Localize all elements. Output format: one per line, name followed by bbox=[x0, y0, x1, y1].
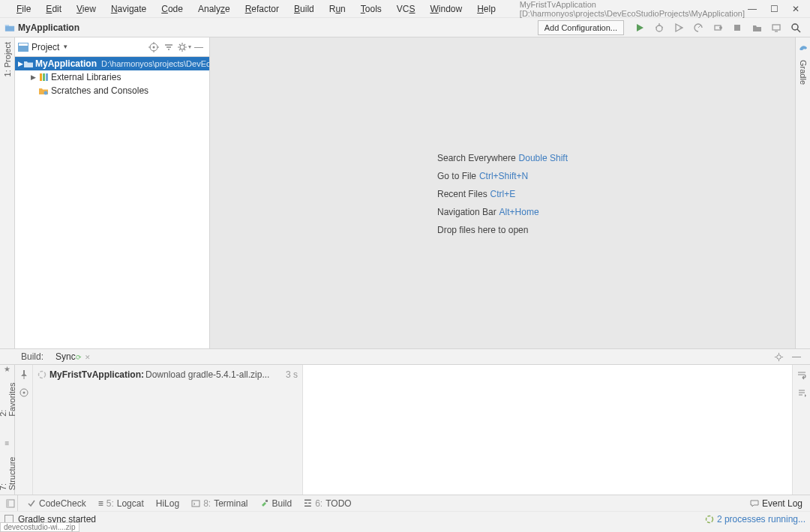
svg-point-0 bbox=[656, 25, 662, 31]
wrap-icon[interactable] bbox=[796, 369, 807, 380]
reload-icon: ⟳ bbox=[76, 354, 82, 361]
locate-button[interactable] bbox=[146, 40, 161, 55]
status-bar: Gradle sync started 2 processes running.… bbox=[0, 511, 810, 526]
menu-edit[interactable]: Edit bbox=[40, 2, 68, 16]
svg-point-14 bbox=[153, 46, 155, 48]
stop-button[interactable] bbox=[730, 20, 745, 35]
tool-tab-codecheck[interactable]: CodeCheck bbox=[21, 498, 92, 509]
tool-tab-favorites[interactable]: 2: Favorites bbox=[0, 378, 16, 417]
svg-rect-33 bbox=[46, 73, 48, 81]
menu-build[interactable]: Build bbox=[288, 2, 320, 16]
tool-tab-terminal[interactable]: 8:Terminal bbox=[185, 498, 254, 509]
star-icon: ★ bbox=[4, 365, 10, 373]
menu-window[interactable]: Window bbox=[424, 2, 468, 16]
expand-arrow-icon[interactable]: ▶ bbox=[18, 60, 23, 67]
run-button[interactable] bbox=[632, 20, 647, 35]
attach-button[interactable] bbox=[710, 20, 725, 35]
tree-node-label: External Libraries bbox=[51, 72, 121, 82]
menu-view[interactable]: View bbox=[70, 2, 102, 16]
tree-node-root[interactable]: ▶ MyApplication D:\harmonyos\projects\De… bbox=[15, 57, 209, 70]
spinner-icon bbox=[38, 370, 46, 379]
gradle-icon bbox=[798, 42, 808, 52]
window-close-button[interactable]: ✕ bbox=[792, 4, 800, 14]
status-processes[interactable]: 2 processes running... bbox=[705, 514, 806, 525]
tool-tab-build[interactable]: Build bbox=[254, 498, 298, 509]
editor-empty-area[interactable]: Search Everywhere Double Shift Go to Fil… bbox=[210, 37, 795, 348]
editor-hints: Search Everywhere Double Shift Go to Fil… bbox=[437, 145, 568, 241]
spinner-icon bbox=[705, 515, 714, 524]
tool-tab-eventlog[interactable]: Event Log bbox=[746, 498, 807, 509]
menu-file[interactable]: File bbox=[10, 2, 37, 16]
build-task-row[interactable]: MyFristTvApplication: Download gradle-5.… bbox=[38, 368, 298, 381]
project-tree[interactable]: ▶ MyApplication D:\harmonyos\projects\De… bbox=[15, 57, 209, 348]
chevron-down-icon[interactable]: ▼ bbox=[62, 43, 68, 50]
pin-icon[interactable] bbox=[19, 369, 29, 380]
expand-arrow-icon[interactable]: ▶ bbox=[28, 73, 38, 81]
search-button[interactable] bbox=[788, 20, 803, 35]
svg-point-35 bbox=[777, 354, 782, 359]
svg-rect-32 bbox=[43, 73, 45, 81]
hint-navigation-bar: Navigation Bar Alt+Home bbox=[437, 205, 568, 217]
menu-refactor[interactable]: Refactor bbox=[239, 2, 285, 16]
tree-node-label: Scratches and Consoles bbox=[51, 85, 148, 96]
build-right-gutter bbox=[792, 365, 810, 495]
build-task-time: 3 s bbox=[286, 369, 298, 380]
menu-analyze[interactable]: Analyze bbox=[192, 2, 236, 16]
left-bottom-stripe: ★ 2: Favorites ≡ 7: Structure bbox=[0, 365, 15, 495]
svg-line-10 bbox=[797, 29, 800, 32]
build-output-area[interactable] bbox=[303, 365, 792, 495]
add-configuration-button[interactable]: Add Configuration... bbox=[538, 20, 624, 35]
svg-point-9 bbox=[792, 24, 798, 30]
folder-icon bbox=[23, 58, 34, 69]
svg-line-30 bbox=[184, 44, 185, 46]
menu-code[interactable]: Code bbox=[155, 2, 189, 16]
device-manager-button[interactable] bbox=[769, 20, 784, 35]
build-task-tree[interactable]: MyFristTvApplication: Download gradle-5.… bbox=[33, 365, 303, 495]
hide-panel-button[interactable]: — bbox=[191, 40, 206, 55]
tree-node-external-libraries[interactable]: ▶ External Libraries bbox=[15, 70, 209, 84]
svg-rect-47 bbox=[266, 500, 268, 502]
menu-run[interactable]: Run bbox=[323, 2, 352, 16]
window-minimize-button[interactable]: — bbox=[748, 4, 757, 14]
tool-tab-todo[interactable]: ☲6:TODO bbox=[298, 498, 357, 509]
project-view-icon bbox=[18, 43, 28, 52]
build-settings-button[interactable] bbox=[774, 352, 789, 362]
menu-help[interactable]: Help bbox=[471, 2, 502, 16]
sync-button[interactable] bbox=[749, 20, 764, 35]
coverage-button[interactable] bbox=[671, 20, 686, 35]
locate-icon[interactable] bbox=[19, 387, 29, 398]
debug-button[interactable] bbox=[652, 20, 667, 35]
left-tool-stripe: 1: Project bbox=[0, 37, 15, 348]
window-stripe-button[interactable] bbox=[3, 495, 18, 511]
build-hide-button[interactable]: — bbox=[789, 351, 804, 362]
scroll-icon[interactable] bbox=[796, 387, 807, 398]
breadcrumb-root[interactable]: MyApplication bbox=[18, 22, 80, 33]
codecheck-icon bbox=[27, 499, 36, 508]
tree-node-scratches[interactable]: Scratches and Consoles bbox=[15, 84, 209, 97]
window-maximize-button[interactable]: ☐ bbox=[770, 4, 778, 14]
scratch-icon bbox=[38, 85, 50, 96]
build-label: Build: bbox=[21, 351, 44, 362]
tool-tab-project[interactable]: 1: Project bbox=[3, 42, 12, 76]
balloon-icon bbox=[750, 499, 759, 508]
tool-tab-logcat[interactable]: ≡5:Logcat bbox=[92, 498, 150, 509]
build-area: ★ 2: Favorites ≡ 7: Structure MyFristTvA… bbox=[0, 365, 810, 495]
build-task-name: MyFristTvApplication: bbox=[50, 369, 144, 380]
menu-navigate[interactable]: Navigate bbox=[105, 2, 152, 16]
menu-tools[interactable]: Tools bbox=[355, 2, 388, 16]
panel-settings-button[interactable]: ▾ bbox=[176, 40, 191, 55]
collapse-all-button[interactable] bbox=[161, 40, 176, 55]
truncated-filename-overlay: devecostudio-wi....zip bbox=[0, 522, 80, 532]
profiler-button[interactable] bbox=[691, 20, 706, 35]
build-tab-sync[interactable]: Sync⟳✕ bbox=[51, 350, 95, 363]
hint-recent-files: Recent Files Ctrl+E bbox=[437, 187, 568, 199]
tool-tab-structure[interactable]: 7: Structure bbox=[0, 452, 16, 490]
tool-tab-hilog[interactable]: HiLog bbox=[150, 498, 185, 509]
project-view-selector[interactable]: Project bbox=[32, 42, 59, 52]
svg-rect-45 bbox=[7, 500, 9, 507]
close-tab-icon[interactable]: ✕ bbox=[85, 354, 91, 361]
structure-icon: ≡ bbox=[5, 439, 10, 447]
tool-tab-gradle[interactable]: Gradle bbox=[799, 60, 808, 85]
library-icon bbox=[38, 72, 50, 82]
menu-vcs[interactable]: VCS bbox=[391, 2, 422, 16]
